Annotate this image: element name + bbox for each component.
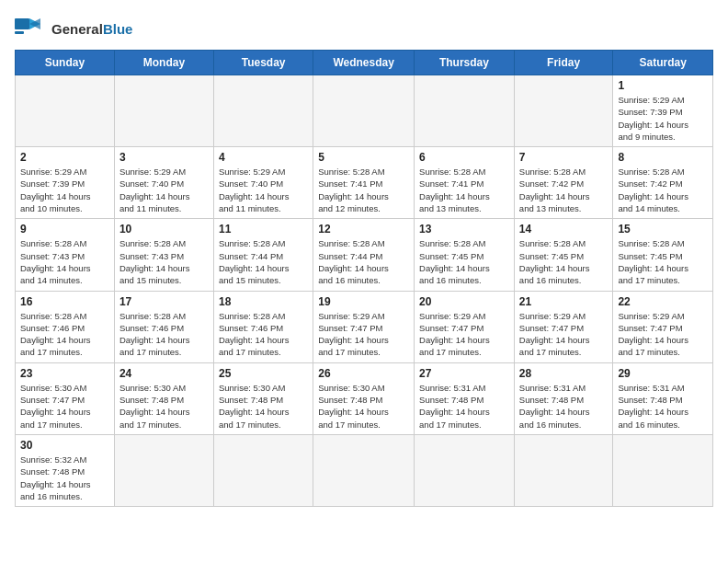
day-number: 22 xyxy=(618,295,708,308)
svg-rect-3 xyxy=(15,31,24,34)
calendar-day-cell: 9Sunrise: 5:28 AM Sunset: 7:43 PM Daylig… xyxy=(16,219,115,291)
calendar-day-cell: 21Sunrise: 5:29 AM Sunset: 7:47 PM Dayli… xyxy=(514,291,613,362)
day-number: 17 xyxy=(119,295,209,308)
svg-rect-0 xyxy=(15,18,29,29)
calendar-day-cell: 30Sunrise: 5:32 AM Sunset: 7:48 PM Dayli… xyxy=(16,434,115,506)
calendar-week-row: 23Sunrise: 5:30 AM Sunset: 7:47 PM Dayli… xyxy=(16,362,713,434)
calendar-day-cell: 17Sunrise: 5:28 AM Sunset: 7:46 PM Dayli… xyxy=(114,291,213,362)
calendar-day-cell: 15Sunrise: 5:28 AM Sunset: 7:45 PM Dayli… xyxy=(613,219,713,291)
calendar-day-cell xyxy=(213,75,313,147)
day-info: Sunrise: 5:30 AM Sunset: 7:48 PM Dayligh… xyxy=(318,382,409,431)
day-info: Sunrise: 5:28 AM Sunset: 7:42 PM Dayligh… xyxy=(519,166,609,214)
calendar-header-row: SundayMondayTuesdayWednesdayThursdayFrid… xyxy=(16,51,713,75)
day-number: 21 xyxy=(519,295,609,308)
day-number: 15 xyxy=(618,223,708,236)
day-number: 29 xyxy=(618,367,708,380)
day-number: 24 xyxy=(119,367,209,380)
day-number: 10 xyxy=(119,223,209,236)
calendar-day-cell xyxy=(613,434,713,506)
day-number: 19 xyxy=(318,295,409,308)
day-info: Sunrise: 5:28 AM Sunset: 7:41 PM Dayligh… xyxy=(419,166,509,214)
day-number: 8 xyxy=(618,151,708,164)
calendar-day-cell xyxy=(114,75,213,147)
day-number: 27 xyxy=(419,367,509,380)
day-info: Sunrise: 5:28 AM Sunset: 7:43 PM Dayligh… xyxy=(20,237,109,286)
day-info: Sunrise: 5:28 AM Sunset: 7:45 PM Dayligh… xyxy=(519,237,609,286)
day-number: 6 xyxy=(419,151,509,164)
calendar-table: SundayMondayTuesdayWednesdayThursdayFrid… xyxy=(15,50,713,507)
calendar-week-row: 16Sunrise: 5:28 AM Sunset: 7:46 PM Dayli… xyxy=(16,291,713,362)
day-number: 1 xyxy=(618,79,708,92)
day-info: Sunrise: 5:28 AM Sunset: 7:45 PM Dayligh… xyxy=(419,237,509,286)
calendar-day-cell xyxy=(514,434,613,506)
day-info: Sunrise: 5:31 AM Sunset: 7:48 PM Dayligh… xyxy=(618,382,708,431)
calendar-weekday-header: Friday xyxy=(514,51,613,75)
day-info: Sunrise: 5:28 AM Sunset: 7:46 PM Dayligh… xyxy=(20,310,109,359)
calendar-day-cell: 14Sunrise: 5:28 AM Sunset: 7:45 PM Dayli… xyxy=(514,219,613,291)
day-number: 14 xyxy=(519,223,609,236)
day-info: Sunrise: 5:29 AM Sunset: 7:47 PM Dayligh… xyxy=(318,310,409,359)
day-number: 2 xyxy=(20,151,109,164)
calendar-day-cell: 7Sunrise: 5:28 AM Sunset: 7:42 PM Daylig… xyxy=(514,147,613,219)
calendar-day-cell xyxy=(16,75,115,147)
calendar-weekday-header: Tuesday xyxy=(213,51,313,75)
day-number: 4 xyxy=(219,151,308,164)
calendar-day-cell: 22Sunrise: 5:29 AM Sunset: 7:47 PM Dayli… xyxy=(613,291,713,362)
calendar-day-cell xyxy=(514,75,613,147)
day-info: Sunrise: 5:30 AM Sunset: 7:47 PM Dayligh… xyxy=(20,382,109,431)
day-number: 28 xyxy=(519,367,609,380)
day-info: Sunrise: 5:31 AM Sunset: 7:48 PM Dayligh… xyxy=(519,382,609,431)
generalblue-logo-icon xyxy=(15,15,48,42)
calendar-weekday-header: Wednesday xyxy=(313,51,415,75)
day-number: 25 xyxy=(219,367,308,380)
calendar-day-cell: 23Sunrise: 5:30 AM Sunset: 7:47 PM Dayli… xyxy=(16,362,115,434)
calendar-day-cell: 1Sunrise: 5:29 AM Sunset: 7:39 PM Daylig… xyxy=(613,75,713,147)
calendar-day-cell: 28Sunrise: 5:31 AM Sunset: 7:48 PM Dayli… xyxy=(514,362,613,434)
day-info: Sunrise: 5:31 AM Sunset: 7:48 PM Dayligh… xyxy=(419,382,509,431)
calendar-day-cell: 27Sunrise: 5:31 AM Sunset: 7:48 PM Dayli… xyxy=(415,362,515,434)
day-info: Sunrise: 5:32 AM Sunset: 7:48 PM Dayligh… xyxy=(20,454,109,502)
day-number: 3 xyxy=(119,151,209,164)
day-info: Sunrise: 5:30 AM Sunset: 7:48 PM Dayligh… xyxy=(119,382,209,431)
calendar-day-cell: 13Sunrise: 5:28 AM Sunset: 7:45 PM Dayli… xyxy=(415,219,515,291)
calendar-day-cell: 11Sunrise: 5:28 AM Sunset: 7:44 PM Dayli… xyxy=(213,219,313,291)
calendar-day-cell: 6Sunrise: 5:28 AM Sunset: 7:41 PM Daylig… xyxy=(415,147,515,219)
calendar-day-cell: 2Sunrise: 5:29 AM Sunset: 7:39 PM Daylig… xyxy=(16,147,115,219)
day-info: Sunrise: 5:28 AM Sunset: 7:46 PM Dayligh… xyxy=(219,310,308,359)
calendar-weekday-header: Sunday xyxy=(16,51,115,75)
calendar-day-cell: 24Sunrise: 5:30 AM Sunset: 7:48 PM Dayli… xyxy=(114,362,213,434)
day-info: Sunrise: 5:28 AM Sunset: 7:44 PM Dayligh… xyxy=(318,237,409,286)
day-number: 16 xyxy=(20,295,109,308)
calendar-week-row: 30Sunrise: 5:32 AM Sunset: 7:48 PM Dayli… xyxy=(16,434,713,506)
day-number: 5 xyxy=(318,151,409,164)
day-number: 11 xyxy=(219,223,308,236)
calendar-day-cell: 5Sunrise: 5:28 AM Sunset: 7:41 PM Daylig… xyxy=(313,147,415,219)
calendar-day-cell xyxy=(213,434,313,506)
calendar-weekday-header: Saturday xyxy=(613,51,713,75)
calendar-day-cell: 26Sunrise: 5:30 AM Sunset: 7:48 PM Dayli… xyxy=(313,362,415,434)
day-number: 26 xyxy=(318,367,409,380)
day-number: 12 xyxy=(318,223,409,236)
day-info: Sunrise: 5:29 AM Sunset: 7:47 PM Dayligh… xyxy=(419,310,509,359)
day-info: Sunrise: 5:29 AM Sunset: 7:39 PM Dayligh… xyxy=(20,166,109,214)
calendar-day-cell xyxy=(313,75,415,147)
logo-text: GeneralBlue xyxy=(51,21,132,37)
day-number: 30 xyxy=(20,439,109,452)
calendar-week-row: 1Sunrise: 5:29 AM Sunset: 7:39 PM Daylig… xyxy=(16,75,713,147)
day-info: Sunrise: 5:28 AM Sunset: 7:45 PM Dayligh… xyxy=(618,237,708,286)
day-info: Sunrise: 5:28 AM Sunset: 7:46 PM Dayligh… xyxy=(119,310,209,359)
day-info: Sunrise: 5:29 AM Sunset: 7:40 PM Dayligh… xyxy=(219,166,308,214)
day-info: Sunrise: 5:28 AM Sunset: 7:41 PM Dayligh… xyxy=(318,166,409,214)
calendar-day-cell: 25Sunrise: 5:30 AM Sunset: 7:48 PM Dayli… xyxy=(213,362,313,434)
calendar-day-cell: 10Sunrise: 5:28 AM Sunset: 7:43 PM Dayli… xyxy=(114,219,213,291)
day-info: Sunrise: 5:29 AM Sunset: 7:47 PM Dayligh… xyxy=(618,310,708,359)
calendar-day-cell: 4Sunrise: 5:29 AM Sunset: 7:40 PM Daylig… xyxy=(213,147,313,219)
calendar-day-cell xyxy=(415,75,515,147)
calendar-day-cell xyxy=(114,434,213,506)
calendar-week-row: 2Sunrise: 5:29 AM Sunset: 7:39 PM Daylig… xyxy=(16,147,713,219)
calendar-day-cell: 18Sunrise: 5:28 AM Sunset: 7:46 PM Dayli… xyxy=(213,291,313,362)
day-number: 20 xyxy=(419,295,509,308)
day-info: Sunrise: 5:29 AM Sunset: 7:40 PM Dayligh… xyxy=(119,166,209,214)
calendar-day-cell: 12Sunrise: 5:28 AM Sunset: 7:44 PM Dayli… xyxy=(313,219,415,291)
page-header: GeneralBlue xyxy=(15,15,713,42)
